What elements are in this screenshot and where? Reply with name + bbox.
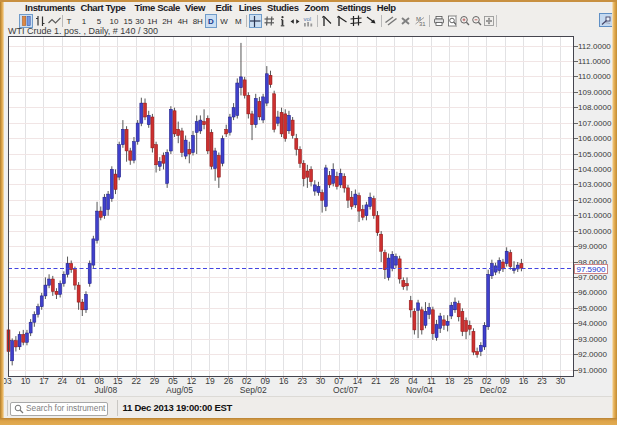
svg-text:Jul/08: Jul/08 (94, 385, 117, 395)
svg-text:100.0000: 100.0000 (578, 227, 612, 236)
svg-text:01: 01 (76, 376, 86, 386)
svg-text:31: 31 (419, 21, 426, 27)
svg-text:96.0000: 96.0000 (578, 288, 607, 297)
svg-text:18: 18 (445, 376, 455, 386)
svg-text:19: 19 (205, 376, 215, 386)
svg-text:107.0000: 107.0000 (578, 119, 612, 128)
svg-text:16: 16 (519, 376, 529, 386)
svg-text:112.0000: 112.0000 (578, 42, 611, 51)
svg-text:95.0000: 95.0000 (578, 304, 607, 313)
svg-text:110.0000: 110.0000 (578, 72, 611, 81)
svg-text:30: 30 (556, 376, 566, 386)
svg-text:97.0000: 97.0000 (578, 273, 607, 282)
svg-text:97.5900: 97.5900 (577, 265, 606, 274)
svg-text:Oct/07: Oct/07 (333, 385, 358, 395)
svg-text:103.0000: 103.0000 (578, 180, 612, 189)
svg-text:25: 25 (463, 376, 473, 386)
svg-text:104.0000: 104.0000 (578, 165, 612, 174)
svg-text:101.0000: 101.0000 (578, 211, 612, 220)
svg-text:106.0000: 106.0000 (578, 134, 612, 143)
svg-text:21: 21 (371, 376, 381, 386)
svg-text:109.0000: 109.0000 (578, 88, 612, 97)
svg-text:16: 16 (279, 376, 289, 386)
svg-text:23: 23 (537, 376, 547, 386)
svg-text:10: 10 (21, 376, 31, 386)
svg-text:26: 26 (224, 376, 234, 386)
svg-text:28: 28 (390, 376, 400, 386)
svg-text:99.0000: 99.0000 (578, 242, 607, 251)
svg-text:94.0000: 94.0000 (578, 319, 607, 328)
svg-text:Aug/05: Aug/05 (166, 385, 193, 395)
svg-text:30: 30 (316, 376, 326, 386)
svg-text:22: 22 (131, 376, 141, 386)
svg-text:Dec/02: Dec/02 (480, 385, 507, 395)
svg-text:93.0000: 93.0000 (578, 335, 607, 344)
svg-text:vol: vol (304, 16, 312, 22)
svg-text:92.0000: 92.0000 (578, 350, 607, 359)
svg-text:91.0000: 91.0000 (578, 366, 607, 375)
svg-text:111.0000: 111.0000 (578, 57, 611, 66)
svg-text:Nov/04: Nov/04 (406, 385, 433, 395)
svg-text:17: 17 (39, 376, 49, 386)
svg-text:Sep/02: Sep/02 (240, 385, 267, 395)
svg-text:108.0000: 108.0000 (578, 103, 612, 112)
svg-text:29: 29 (150, 376, 160, 386)
svg-text:105.0000: 105.0000 (578, 150, 612, 159)
svg-text:102.0000: 102.0000 (578, 196, 612, 205)
svg-text:23: 23 (297, 376, 307, 386)
svg-text:24: 24 (58, 376, 68, 386)
